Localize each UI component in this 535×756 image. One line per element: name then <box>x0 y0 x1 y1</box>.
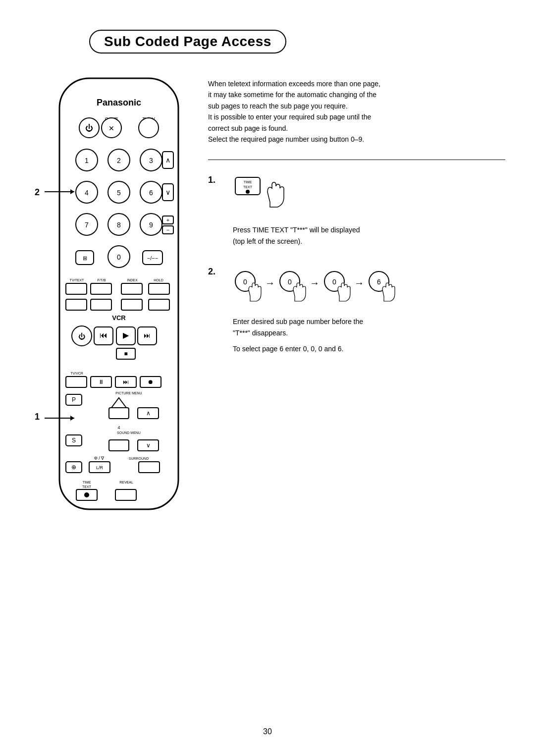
svg-text:⊕: ⊕ <box>71 464 76 471</box>
svg-text:→: → <box>310 277 320 288</box>
svg-text:SURROUND: SURROUND <box>129 457 149 460</box>
instructions-section: When teletext information exceeds more t… <box>208 73 505 521</box>
title-section: Sub Coded Page Access <box>30 30 505 54</box>
svg-text:4: 4 <box>85 189 89 197</box>
page-number: 30 <box>263 727 272 736</box>
step-1-image: TIME TEXT <box>233 175 505 216</box>
svg-text:TIME: TIME <box>244 180 252 184</box>
svg-rect-76 <box>109 408 129 419</box>
svg-text:7: 7 <box>85 221 89 229</box>
svg-text:HOLD: HOLD <box>154 278 163 282</box>
step-1-content: TIME TEXT Press TIME TEXT "T***" will be… <box>233 175 505 247</box>
svg-rect-51 <box>121 299 142 310</box>
svg-text:6: 6 <box>377 278 381 286</box>
remote-control: Panasonic ⏻ GAME ✕ TV/AV <box>50 73 188 519</box>
step-2: 2. 0 → <box>208 267 505 354</box>
svg-text:TEXT: TEXT <box>243 185 253 189</box>
svg-text:PICTURE MENU: PICTURE MENU <box>115 391 142 395</box>
remote-wrapper: 2 1 Panasonic ⏻ GAME <box>50 73 188 521</box>
svg-text:∨: ∨ <box>146 442 151 449</box>
svg-text:⏻: ⏻ <box>85 124 93 132</box>
svg-rect-49 <box>66 299 87 310</box>
svg-text:−/−−: −/−− <box>147 255 158 261</box>
step-2-image: 0 → 0 → <box>233 267 505 308</box>
svg-text:3: 3 <box>149 157 153 164</box>
page-title: Sub Coded Page Access <box>104 34 271 49</box>
svg-text:∨: ∨ <box>165 188 170 196</box>
svg-text:→: → <box>354 277 364 288</box>
svg-text:→: → <box>265 277 275 288</box>
arrow-2 <box>45 191 74 192</box>
svg-text:Panasonic: Panasonic <box>97 98 141 108</box>
svg-text:▶: ▶ <box>123 331 129 339</box>
main-content: 2 1 Panasonic ⏻ GAME <box>30 73 505 521</box>
svg-text:⏻: ⏻ <box>78 332 85 340</box>
svg-text:0: 0 <box>288 278 292 286</box>
section-divider <box>208 160 505 160</box>
svg-rect-46 <box>121 283 142 294</box>
svg-text:0: 0 <box>332 278 336 286</box>
svg-text:Φ / ∇: Φ / ∇ <box>94 456 105 461</box>
svg-text:⏭: ⏭ <box>144 331 151 339</box>
svg-text:9: 9 <box>149 221 153 229</box>
svg-point-97 <box>84 492 89 497</box>
svg-rect-50 <box>91 299 111 310</box>
step-2-subtext: To select page 6 enter 0, 0, 0 and 6. <box>233 343 505 354</box>
svg-rect-44 <box>91 283 111 294</box>
title-box: Sub Coded Page Access <box>89 30 286 54</box>
svg-text:TV/VCR: TV/VCR <box>70 372 83 375</box>
svg-point-8 <box>139 118 159 138</box>
svg-text:⏮: ⏮ <box>100 331 107 339</box>
svg-text:VCR: VCR <box>112 314 126 322</box>
svg-text:5: 5 <box>117 189 121 197</box>
svg-text:⏸: ⏸ <box>98 378 104 385</box>
svg-text:2: 2 <box>117 157 121 164</box>
svg-rect-65 <box>66 377 87 387</box>
svg-text:INDEX: INDEX <box>127 278 138 282</box>
svg-text:∧: ∧ <box>146 410 151 417</box>
svg-text:S: S <box>72 437 76 444</box>
step-1-illustration: TIME TEXT <box>233 175 292 215</box>
svg-text:4: 4 <box>117 425 120 430</box>
svg-rect-99 <box>115 489 136 500</box>
svg-point-103 <box>246 190 250 194</box>
svg-text:−: − <box>166 227 169 233</box>
svg-text:■: ■ <box>124 350 127 357</box>
step-1-text: Press TIME TEXT "T***" will be displayed… <box>233 224 505 247</box>
svg-rect-84 <box>109 440 129 451</box>
label-1: 1 <box>35 412 40 422</box>
svg-text:F/T/B: F/T/B <box>97 278 106 282</box>
svg-rect-93 <box>139 462 160 473</box>
svg-text:8: 8 <box>117 221 121 229</box>
svg-text:REVEAL: REVEAL <box>119 481 133 484</box>
svg-text:P: P <box>72 396 76 403</box>
svg-text:1: 1 <box>85 157 89 164</box>
step-1: 1. TIME TEXT <box>208 175 505 247</box>
svg-text:⊞: ⊞ <box>83 255 87 261</box>
step-2-number: 2. <box>208 267 223 277</box>
step-2-text: Enter desired sub page number before the… <box>233 316 505 338</box>
label-2: 2 <box>35 187 40 198</box>
svg-text:✕: ✕ <box>108 124 114 132</box>
svg-text:TIME: TIME <box>83 481 91 484</box>
step-2-illustration: 0 → 0 → <box>233 267 401 306</box>
svg-text:⏭: ⏭ <box>123 378 129 385</box>
step-2-content: 0 → 0 → <box>233 267 505 354</box>
svg-text:+: + <box>166 217 169 223</box>
step-1-number: 1. <box>208 175 223 185</box>
svg-text:∧: ∧ <box>165 156 170 164</box>
svg-text:TV/TEXT: TV/TEXT <box>70 278 85 282</box>
arrow-1 <box>45 418 74 419</box>
svg-text:SOUND MENU: SOUND MENU <box>117 431 141 434</box>
svg-text:L/R: L/R <box>96 465 104 470</box>
svg-rect-42 <box>66 283 87 294</box>
svg-rect-48 <box>149 283 169 294</box>
svg-text:TEXT: TEXT <box>82 485 92 488</box>
svg-text:0: 0 <box>243 278 247 286</box>
intro-paragraph: When teletext information exceeds more t… <box>208 78 505 145</box>
svg-text:0: 0 <box>117 253 121 261</box>
svg-text:6: 6 <box>149 189 153 197</box>
page-container: Sub Coded Page Access 2 1 Panasonic <box>0 0 535 756</box>
svg-text:⏺: ⏺ <box>148 378 154 385</box>
remote-section: 2 1 Panasonic ⏻ GAME <box>30 73 188 521</box>
